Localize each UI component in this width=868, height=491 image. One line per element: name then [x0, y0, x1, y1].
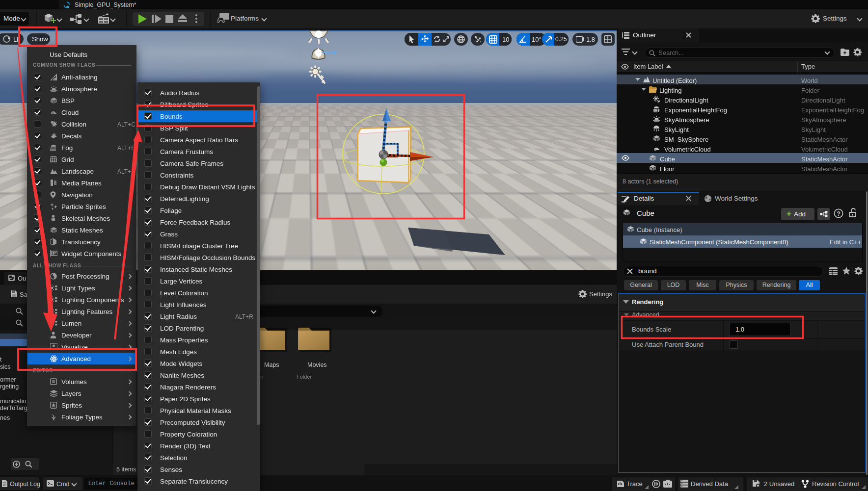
- svg-text:?: ?: [837, 210, 841, 217]
